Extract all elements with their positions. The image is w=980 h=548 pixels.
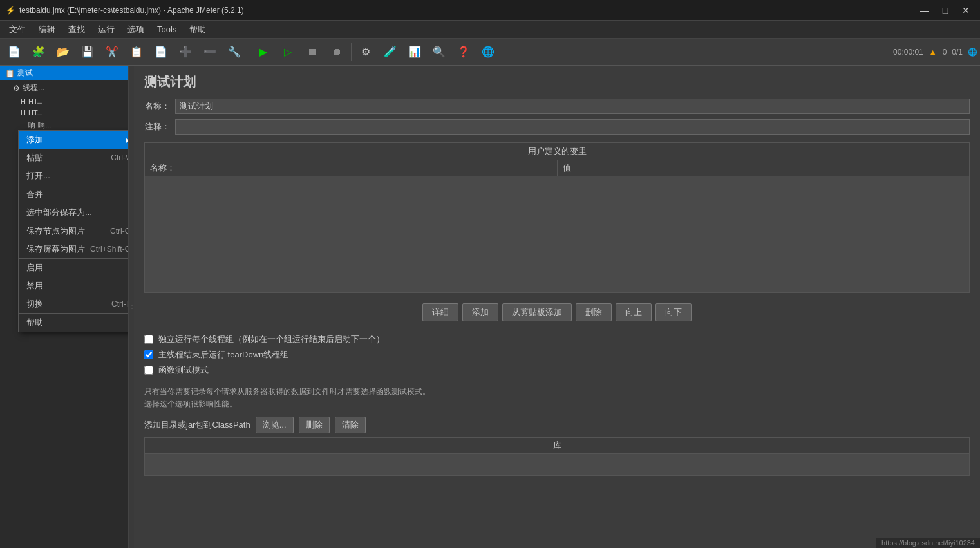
- warning-count: 0: [943, 48, 947, 57]
- menu-edit[interactable]: 编辑: [32, 21, 62, 38]
- ctx-enable[interactable]: 启用: [19, 259, 129, 277]
- toolbar: 📄 🧩 📂 💾 ✂️ 📋 📄 ➕ ➖ 🔧 ▶ ▷ ⏹ ⏺ ⚙ 🧪 📊 🔍 ❓ 🌐…: [0, 39, 980, 66]
- tree-item-h2[interactable]: H HT...: [0, 107, 128, 118]
- toolbar-shutdown[interactable]: ⏺: [325, 41, 348, 63]
- btn-up[interactable]: 向上: [616, 303, 652, 321]
- toolbar-settings[interactable]: 🔧: [223, 41, 246, 63]
- checkbox-row-1: 独立运行每个线程组（例如在一个组运行结束后启动下一个）: [144, 332, 970, 347]
- checkbox-teardown[interactable]: [144, 350, 153, 359]
- tree-item-h1[interactable]: H HT...: [0, 95, 128, 107]
- toolbar-search[interactable]: 🔍: [428, 41, 451, 63]
- variables-section: 用户定义的变里 名称： 值: [144, 142, 970, 293]
- variables-body: [145, 176, 969, 292]
- btn-delete[interactable]: 删除: [576, 303, 612, 321]
- ctx-label: 打开...: [26, 170, 50, 182]
- minimize-button[interactable]: —: [916, 3, 934, 17]
- btn-paste-clipboard[interactable]: 从剪贴板添加: [502, 303, 572, 321]
- close-button[interactable]: ✕: [957, 3, 975, 17]
- classpath-section: 添加目录或jar包到ClassPath 浏览... 删除 清除 库: [134, 413, 980, 480]
- ctx-save-node-img[interactable]: 保存节点为图片 Ctrl-G: [19, 222, 129, 240]
- library-header: 库: [145, 438, 969, 454]
- name-row: 名称：: [134, 96, 980, 117]
- menu-help[interactable]: 帮助: [183, 21, 212, 38]
- ctx-toggle[interactable]: 切换 Ctrl-T: [19, 295, 129, 314]
- comment-row: 注释：: [134, 117, 980, 137]
- toolbar-remote[interactable]: ⚙: [354, 41, 377, 63]
- menu-options[interactable]: 选项: [121, 21, 151, 38]
- maximize-button[interactable]: □: [936, 3, 954, 17]
- toolbar-paste[interactable]: 📄: [149, 41, 173, 63]
- ctx-label: 启用: [26, 262, 43, 274]
- name-label: 名称：: [144, 100, 170, 112]
- checkbox-label-3: 函数测试模式: [158, 364, 209, 376]
- classpath-label: 添加目录或jar包到ClassPath: [144, 419, 250, 431]
- tree-item-testplan[interactable]: 📋 测试: [0, 66, 128, 80]
- menu-find[interactable]: 查找: [62, 21, 91, 38]
- name-input[interactable]: [175, 99, 970, 114]
- toolbar-run-no-pause[interactable]: ▷: [276, 41, 299, 63]
- description-text: 只有当你需要记录每个请求从服务器取得的数据到文件时才需要选择函数测试模式。 选择…: [134, 383, 980, 413]
- checkbox-label-1: 独立运行每个线程组（例如在一个组运行结束后启动下一个）: [158, 334, 384, 345]
- ctx-paste[interactable]: 粘贴 Ctrl-V: [19, 149, 129, 167]
- toolbar-open[interactable]: 📂: [52, 41, 75, 63]
- tree-item-threadgroup[interactable]: ⚙ 线程...: [0, 80, 128, 95]
- title-bar: ⚡ testbaidu.jmx (E:\jmeter-cs\testbaidu.…: [0, 0, 980, 21]
- checkbox-row-3: 函数测试模式: [144, 363, 970, 378]
- toolbar-copy[interactable]: 📋: [125, 41, 148, 63]
- toolbar-run[interactable]: ▶: [252, 41, 275, 63]
- status-bar: https://blog.csdn.net/liyi10234: [876, 538, 980, 548]
- toolbar-help[interactable]: ❓: [452, 41, 475, 63]
- panel-splitter[interactable]: ⋮: [129, 66, 134, 548]
- btn-classpath-delete[interactable]: 删除: [299, 417, 330, 433]
- tree-label: 响...: [38, 120, 51, 130]
- checkbox-label-2: 主线程结束后运行 tearDown线程组: [158, 349, 288, 361]
- menu-tools[interactable]: Tools: [151, 22, 183, 37]
- toolbar-chart[interactable]: 📊: [403, 41, 426, 63]
- variables-title: 用户定义的变里: [145, 143, 969, 160]
- ctx-save-screen-img[interactable]: 保存屏幕为图片 Ctrl+Shift-G: [19, 240, 129, 259]
- checkbox-functest[interactable]: [144, 366, 153, 375]
- comment-input[interactable]: [175, 119, 970, 135]
- toolbar-stop[interactable]: ⏹: [301, 41, 324, 63]
- ctx-add[interactable]: 添加 ▶: [19, 131, 129, 149]
- ctx-help[interactable]: 帮助: [19, 314, 129, 332]
- ctx-save-part[interactable]: 选中部分保存为...: [19, 203, 129, 222]
- btn-add[interactable]: 添加: [462, 303, 498, 321]
- btn-classpath-clear[interactable]: 清除: [335, 417, 366, 433]
- comment-label: 注释：: [144, 121, 170, 133]
- main-layout: 📋 测试 ⚙ 线程... H HT... H HT... 响 响... 📄 HT…: [0, 66, 980, 548]
- ctx-merge[interactable]: 合并: [19, 185, 129, 203]
- toolbar-add[interactable]: ➕: [174, 41, 197, 63]
- app-icon: ⚡: [5, 5, 15, 15]
- toolbar-extra-icon: 🌐: [968, 48, 977, 57]
- toolbar-remove[interactable]: ➖: [198, 41, 221, 63]
- ctx-label: 粘贴: [26, 152, 43, 164]
- ctx-open[interactable]: 打开...: [19, 167, 129, 185]
- table-buttons: 详细 添加 从剪贴板添加 删除 向上 向下: [134, 298, 980, 326]
- btn-detail[interactable]: 详细: [422, 303, 458, 321]
- ctx-disable[interactable]: 禁用: [19, 277, 129, 295]
- btn-browse[interactable]: 浏览...: [256, 417, 294, 433]
- toolbar-new[interactable]: 📄: [3, 41, 26, 63]
- menu-file[interactable]: 文件: [3, 21, 32, 38]
- tree-icon: 响: [28, 120, 35, 130]
- toolbar-save[interactable]: 💾: [76, 41, 99, 63]
- ctx-label: 保存节点为图片: [26, 225, 85, 237]
- toolbar-counter: 0/1: [952, 48, 963, 57]
- toolbar-globe[interactable]: 🌐: [476, 41, 500, 63]
- ctx-label: 禁用: [26, 280, 43, 292]
- panel-title: 测试计划: [134, 66, 980, 96]
- toolbar-sep-1: [249, 43, 249, 61]
- btn-down[interactable]: 向下: [655, 303, 692, 321]
- toolbar-sep-2: [351, 43, 352, 61]
- checkbox-independent-threads[interactable]: [144, 335, 153, 344]
- toolbar-cut[interactable]: ✂️: [100, 41, 124, 63]
- warning-icon: ▲: [928, 47, 938, 57]
- window-controls: — □ ✕: [916, 3, 975, 17]
- menu-run[interactable]: 运行: [91, 21, 121, 38]
- status-url: https://blog.csdn.net/liyi10234: [881, 539, 975, 547]
- left-panel: 📋 测试 ⚙ 线程... H HT... H HT... 响 响... 📄 HT…: [0, 66, 129, 548]
- toolbar-remote-all[interactable]: 🧪: [379, 41, 402, 63]
- toolbar-templates[interactable]: 🧩: [27, 41, 50, 63]
- toolbar-timer: 00:00:01: [893, 48, 923, 57]
